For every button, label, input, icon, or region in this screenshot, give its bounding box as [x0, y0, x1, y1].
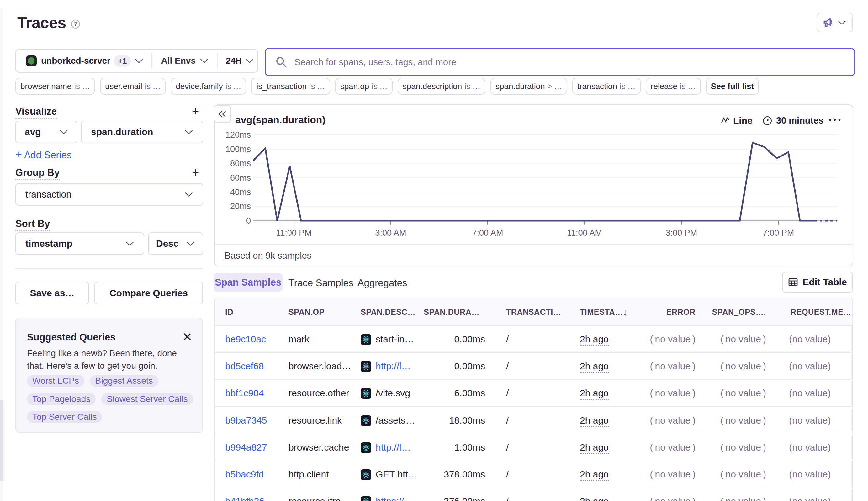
- svg-text:3:00 PM: 3:00 PM: [666, 228, 697, 238]
- svg-text:80ms: 80ms: [230, 159, 251, 168]
- svg-text:7:00 PM: 7:00 PM: [763, 228, 794, 238]
- svg-text:40ms: 40ms: [230, 188, 251, 197]
- svg-text:3:00 AM: 3:00 AM: [375, 228, 406, 238]
- svg-text:20ms: 20ms: [230, 202, 251, 211]
- svg-text:100ms: 100ms: [225, 145, 251, 154]
- svg-text:120ms: 120ms: [225, 130, 251, 139]
- svg-text:0: 0: [246, 216, 251, 225]
- svg-text:7:00 AM: 7:00 AM: [472, 228, 503, 238]
- svg-text:11:00 AM: 11:00 AM: [567, 228, 602, 238]
- svg-text:60ms: 60ms: [230, 173, 251, 182]
- svg-text:11:00 PM: 11:00 PM: [276, 228, 312, 238]
